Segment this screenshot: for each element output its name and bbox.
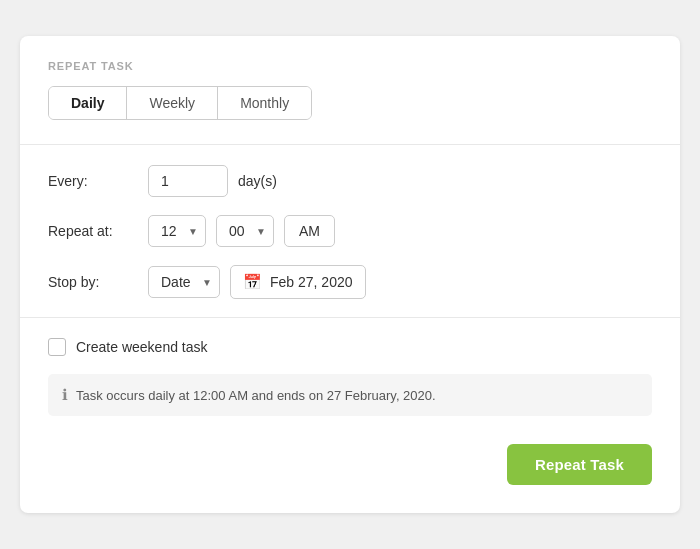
stop-by-row: Stop by: Date After ▼ 📅 Feb 27, 2020 [48,265,652,299]
minute-select[interactable]: 00 153045 [216,215,274,247]
info-icon: ℹ [62,386,68,404]
date-value: Feb 27, 2020 [270,274,353,290]
divider-top [20,144,680,145]
ampm-button[interactable]: AM [284,215,335,247]
every-row: Every: day(s) [48,165,652,197]
tab-daily[interactable]: Daily [49,87,127,119]
every-input[interactable] [148,165,228,197]
stop-by-label: Stop by: [48,274,138,290]
footer: Repeat Task [48,440,652,485]
weekend-checkbox-row: Create weekend task [48,338,652,356]
divider-middle [20,317,680,318]
stop-by-select-wrapper: Date After ▼ [148,266,220,298]
tab-monthly[interactable]: Monthly [218,87,311,119]
repeat-at-row: Repeat at: 12 123 456 789 1011 ▼ 00 1530… [48,215,652,247]
info-box: ℹ Task occurs daily at 12:00 AM and ends… [48,374,652,416]
every-label: Every: [48,173,138,189]
hour-select-wrapper: 12 123 456 789 1011 ▼ [148,215,206,247]
tab-group: Daily Weekly Monthly [48,86,312,120]
repeat-at-label: Repeat at: [48,223,138,239]
repeat-task-button[interactable]: Repeat Task [507,444,652,485]
every-unit: day(s) [238,173,277,189]
hour-select[interactable]: 12 123 456 789 1011 [148,215,206,247]
info-text: Task occurs daily at 12:00 AM and ends o… [76,388,436,403]
minute-select-wrapper: 00 153045 ▼ [216,215,274,247]
repeat-task-card: REPEAT TASK Daily Weekly Monthly Every: … [20,36,680,513]
weekend-checkbox[interactable] [48,338,66,356]
calendar-icon: 📅 [243,273,262,291]
date-picker[interactable]: 📅 Feb 27, 2020 [230,265,366,299]
stop-by-select[interactable]: Date After [148,266,220,298]
weekend-checkbox-label: Create weekend task [76,339,208,355]
section-title: REPEAT TASK [48,60,652,72]
tab-weekly[interactable]: Weekly [127,87,218,119]
